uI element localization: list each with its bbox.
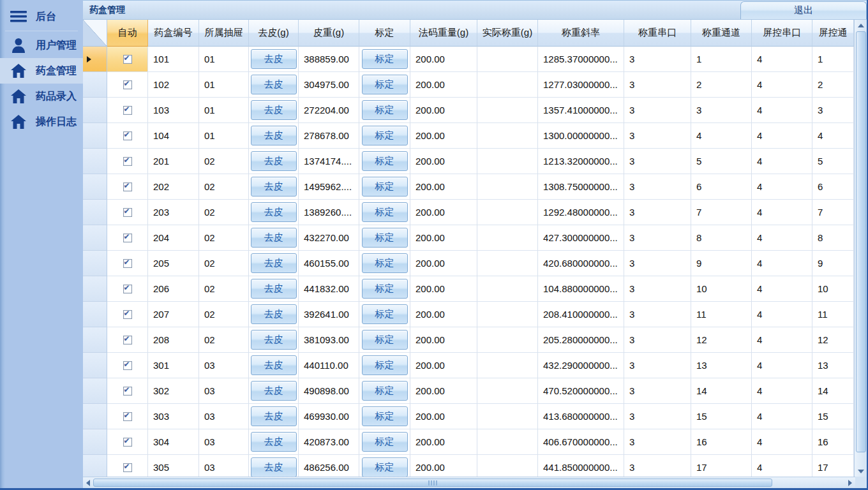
table-row[interactable]: 10401去皮278678.00标定200.001300.00000000...… [83,123,854,149]
weigh-port-cell[interactable]: 3 [624,455,691,477]
table-row[interactable]: 30303去皮469930.00标定200.00413.680000000...… [83,404,854,429]
auto-checkbox[interactable] [123,438,132,447]
actual-weight-cell[interactable] [477,378,538,404]
weight-cell[interactable]: 200.00 [410,455,477,477]
weigh-channel-cell[interactable]: 6 [691,174,752,200]
drawer-cell[interactable]: 02 [199,174,249,200]
slope-cell[interactable]: 470.520000000... [538,378,624,404]
column-header-actual[interactable]: 实际称重(g) [477,20,538,47]
tare-weight-cell[interactable]: 1389260.... [299,200,359,225]
screen-channel-cell[interactable]: 8 [812,225,854,251]
calibrate-button[interactable]: 标定 [362,330,408,350]
screen-port-cell[interactable]: 4 [752,353,812,378]
tab-box-management[interactable]: 药盒管理 [89,4,125,16]
sidebar-item-2[interactable]: 药盒管理 [0,58,83,84]
tare-button[interactable]: 去皮 [251,253,297,273]
weigh-channel-cell[interactable]: 12 [691,327,752,353]
screen-channel-cell[interactable]: 16 [812,429,854,455]
box-id-cell[interactable]: 304 [148,429,199,455]
calibrate-button[interactable]: 标定 [362,304,408,324]
screen-port-cell[interactable]: 4 [752,225,812,251]
tare-weight-cell[interactable]: 381093.00 [299,327,359,353]
weigh-channel-cell[interactable]: 15 [691,404,752,429]
table-row[interactable]: 20502去皮460155.00标定200.00420.680000000...… [83,251,854,276]
slope-cell[interactable]: 208.410000000... [538,302,624,327]
actual-weight-cell[interactable] [477,98,538,123]
weight-cell[interactable]: 200.00 [410,98,477,123]
weigh-channel-cell[interactable]: 17 [691,455,752,477]
row-indicator[interactable] [83,327,107,353]
weigh-channel-cell[interactable]: 16 [691,429,752,455]
row-indicator[interactable] [83,225,107,251]
weight-cell[interactable]: 200.00 [410,353,477,378]
auto-checkbox[interactable] [123,80,132,89]
drawer-cell[interactable]: 02 [199,149,249,174]
weigh-port-cell[interactable]: 3 [624,378,691,404]
drawer-cell[interactable]: 03 [199,378,249,404]
screen-channel-cell[interactable]: 10 [812,276,854,302]
screen-port-cell[interactable]: 4 [752,123,812,149]
screen-channel-cell[interactable]: 7 [812,200,854,225]
box-id-cell[interactable]: 208 [148,327,199,353]
weigh-channel-cell[interactable]: 13 [691,353,752,378]
drawer-cell[interactable]: 03 [199,404,249,429]
column-header-slope[interactable]: 称重斜率 [538,20,624,47]
table-row[interactable]: 20702去皮392641.00标定200.00208.410000000...… [83,302,854,327]
calibrate-button[interactable]: 标定 [362,49,408,69]
screen-channel-cell[interactable]: 15 [812,404,854,429]
calibrate-button[interactable]: 标定 [362,100,408,120]
select-all-corner[interactable] [83,20,107,47]
row-indicator[interactable] [83,404,107,429]
actual-weight-cell[interactable] [477,429,538,455]
slope-cell[interactable]: 1213.32000000... [538,149,624,174]
column-header-weight[interactable]: 法码重量(g) [410,20,477,47]
weight-cell[interactable]: 200.00 [410,404,477,429]
table-row[interactable]: 10101去皮388859.00标定200.001285.37000000...… [83,47,854,72]
weight-cell[interactable]: 200.00 [410,276,477,302]
row-indicator[interactable] [83,353,107,378]
weigh-port-cell[interactable]: 3 [624,72,691,98]
tare-weight-cell[interactable]: 272204.00 [299,98,359,123]
weigh-port-cell[interactable]: 3 [624,353,691,378]
screen-port-cell[interactable]: 4 [752,251,812,276]
tare-button[interactable]: 去皮 [251,151,297,171]
weigh-channel-cell[interactable]: 8 [691,225,752,251]
slope-cell[interactable]: 432.290000000... [538,353,624,378]
horizontal-scrollbar-thumb[interactable] [93,479,772,487]
row-indicator[interactable] [83,455,107,477]
screen-channel-cell[interactable]: 1 [812,47,854,72]
exit-button[interactable]: 退出 [740,1,867,19]
row-indicator[interactable] [83,72,107,98]
actual-weight-cell[interactable] [477,72,538,98]
column-header-sport[interactable]: 屏控串口 [752,20,812,47]
screen-channel-cell[interactable]: 3 [812,98,854,123]
weigh-port-cell[interactable]: 3 [624,47,691,72]
table-row[interactable]: 20402去皮432270.00标定200.00427.300000000...… [83,225,854,251]
weight-cell[interactable]: 200.00 [410,302,477,327]
auto-checkbox[interactable] [123,336,132,345]
weigh-channel-cell[interactable]: 1 [691,47,752,72]
tare-weight-cell[interactable]: 440110.00 [299,353,359,378]
actual-weight-cell[interactable] [477,174,538,200]
screen-channel-cell[interactable]: 5 [812,149,854,174]
row-indicator[interactable] [83,174,107,200]
auto-checkbox[interactable] [123,387,132,396]
table-row[interactable]: 30403去皮420873.00标定200.00406.670000000...… [83,429,854,455]
slope-cell[interactable]: 1300.00000000... [538,123,624,149]
weigh-port-cell[interactable]: 3 [624,225,691,251]
scroll-up-icon[interactable] [855,20,867,31]
table-row[interactable]: 20102去皮1374174....标定200.001213.32000000.… [83,149,854,174]
slope-cell[interactable]: 1277.03000000... [538,72,624,98]
table-row[interactable]: 20602去皮441832.00标定200.00104.880000000...… [83,276,854,302]
slope-cell[interactable]: 1292.48000000... [538,200,624,225]
tare-weight-cell[interactable]: 1495962.... [299,174,359,200]
scroll-left-icon[interactable] [83,477,93,489]
tare-weight-cell[interactable]: 420873.00 [299,429,359,455]
column-header-wchan[interactable]: 称重通道 [691,20,752,47]
box-id-cell[interactable]: 205 [148,251,199,276]
drawer-cell[interactable]: 03 [199,455,249,477]
auto-checkbox[interactable] [123,361,132,370]
sidebar-item-3[interactable]: 药品录入 [0,84,83,109]
calibrate-button[interactable]: 标定 [362,202,408,222]
tare-button[interactable]: 去皮 [251,457,297,477]
